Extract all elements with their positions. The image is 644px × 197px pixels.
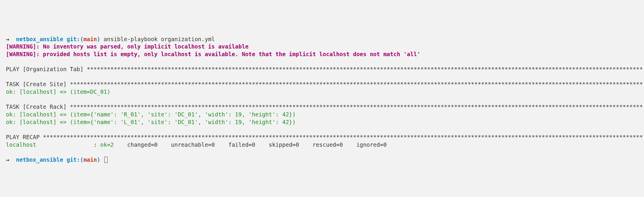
prompt-git-label: git: — [67, 36, 80, 42]
prompt2-branch: main — [83, 156, 97, 163]
warning-line-2: [WARNING]: provided hosts list is empty,… — [6, 51, 420, 57]
prompt-paren-close: ) — [97, 36, 100, 42]
prompt2-paren-close: ) — [97, 156, 100, 163]
task-create-site-item-1: ok: [localhost] => (item=DC_01) — [6, 89, 110, 95]
prompt-dir: netbox_ansible — [16, 36, 63, 42]
terminal-output: → netbox_ansible git:(main) ansible-play… — [6, 36, 638, 164]
play-header: PLAY [Organization Tab] ****************… — [6, 66, 643, 72]
recap-host: localhost — [6, 141, 36, 148]
task-create-rack-header: TASK [Create Rack] *********************… — [6, 103, 643, 110]
prompt-branch: main — [83, 36, 97, 42]
prompt-paren-open: ( — [80, 36, 83, 42]
command-text: ansible-playbook organization.yml — [100, 36, 215, 42]
recap-ok-count: ok=2 — [100, 141, 124, 148]
task-create-rack-item-2: ok: [localhost] => (item={'name': 'L_01'… — [6, 119, 296, 125]
prompt2-dir: netbox_ansible — [16, 156, 63, 163]
prompt2-paren-open: ( — [80, 156, 83, 163]
prompt2-arrow: → — [6, 156, 16, 163]
warning-line-1: [WARNING]: No inventory was parsed, only… — [6, 43, 249, 50]
recap-stats: changed=0 unreachable=0 failed=0 skipped… — [124, 141, 387, 148]
prompt2-git-label: git: — [67, 156, 80, 163]
play-recap-header: PLAY RECAP *****************************… — [6, 134, 643, 140]
task-create-site-header: TASK [Create Site] *********************… — [6, 81, 643, 87]
task-create-rack-item-1: ok: [localhost] => (item={'name': 'R_01'… — [6, 111, 296, 118]
prompt-arrow: → — [6, 36, 16, 42]
recap-spacing: : — [36, 141, 100, 148]
cursor[interactable] — [104, 157, 108, 163]
